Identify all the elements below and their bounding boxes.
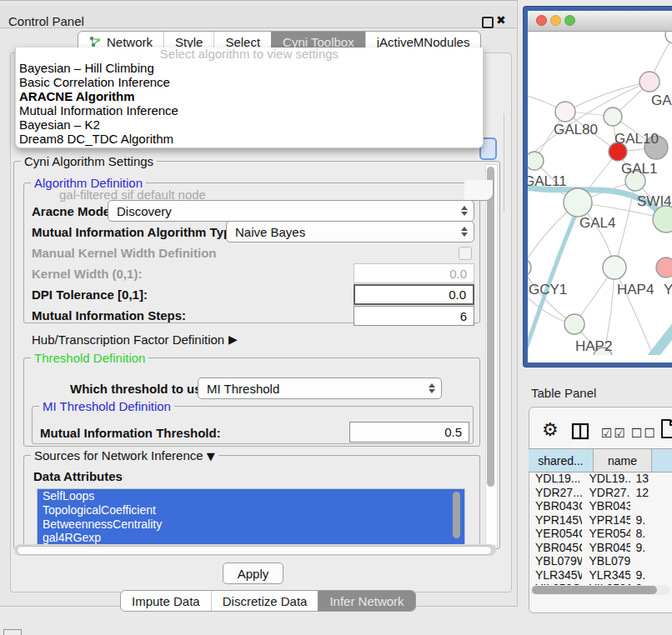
table-cell: YPR145W [582, 513, 630, 528]
network-graph: GALGAL80GAL10GAL1GAL11SWI4GAL4GCY1HAP4YH… [528, 32, 672, 355]
combo-arrows-icon [461, 227, 468, 237]
algorithm-item-bayesian-k2[interactable]: Bayesian – K2 [16, 118, 483, 132]
column-header-name[interactable]: name [594, 449, 652, 472]
kernel-width-field: 0.0 [354, 263, 474, 283]
network-node-gal11[interactable] [528, 152, 544, 170]
node-label-hap2: HAP2 [575, 338, 612, 354]
table-cell: YBR045C [529, 541, 582, 555]
column-header-shared[interactable]: shared... [529, 449, 594, 472]
mi-threshold-field[interactable]: 0.5 [349, 422, 469, 442]
table-row[interactable]: YDL19...YDL19...13 [529, 472, 672, 486]
table-horizontal-scrollbar[interactable] [530, 585, 670, 595]
table-cell: YDR27... [582, 486, 630, 500]
table-cell: YBL079W [582, 554, 630, 568]
expand-arrow-icon[interactable]: ▶ [228, 332, 238, 346]
attribute-gal4rgexp[interactable]: gal4RGexp [38, 531, 464, 545]
algorithm-item-basic-correlation-inference[interactable]: Basic Correlation Inference [16, 75, 483, 89]
network-node-y[interactable] [656, 258, 672, 278]
collapsed-panel-button[interactable] [3, 629, 22, 635]
mi-type-select[interactable]: Naive Bayes [226, 221, 474, 242]
table-cell: 12 [630, 486, 672, 500]
hub-definition-label[interactable]: Hub/Transcription Factor Definition [32, 332, 224, 347]
network-icon [89, 36, 102, 48]
attribute-selfloops[interactable]: SelfLoops [38, 489, 464, 503]
network-node[interactable] [665, 32, 672, 43]
table-row[interactable]: YER054CYER054C8. [529, 527, 672, 541]
algorithm-item-bayesian-hill-climbing[interactable]: Bayesian – Hill Climbing [16, 61, 483, 75]
network-edge[interactable] [565, 82, 649, 112]
float-panel-icon[interactable] [482, 17, 494, 28]
table-cell: 9. [630, 568, 672, 582]
network-node-hap2[interactable] [564, 314, 584, 334]
checkbox-checked-icon: ☑ [614, 426, 626, 441]
table-cell [630, 554, 672, 568]
network-node-gal80[interactable] [555, 102, 575, 122]
algorithm-item-aracne-algorithm[interactable]: ARACNE Algorithm [16, 89, 483, 103]
settings-horizontal-scrollbar-thumb[interactable] [17, 546, 492, 555]
which-threshold-select[interactable]: MI Threshold [198, 378, 442, 399]
settings-scrollbar[interactable] [485, 164, 498, 546]
node-label-gal80: GAL80 [554, 122, 598, 138]
columns-icon[interactable] [571, 422, 589, 443]
algorithm-item-dream8-dc-tdc-algorithm[interactable]: Dream8 DC_TDC Algorithm [16, 132, 483, 146]
network-node-hap4[interactable] [603, 256, 626, 279]
table-cell: YER054C [529, 527, 582, 541]
attributes-scrollbar-thumb[interactable] [453, 492, 460, 538]
which-threshold-value: MI Threshold [207, 382, 279, 396]
tab-discretize-data[interactable]: Discretize Data [211, 591, 318, 611]
network-node-gal10[interactable] [604, 108, 622, 126]
algorithm-item-mutual-information-inference[interactable]: Mutual Information Inference [16, 103, 483, 118]
show-selected-columns-icon[interactable]: ☑☑ [601, 426, 627, 441]
table-row[interactable]: YLR345WYLR345W9. [529, 568, 672, 582]
network-view-window[interactable]: GALGAL80GAL10GAL1GAL11SWI4GAL4GCY1HAP4YH… [524, 7, 672, 367]
tab-impute-data[interactable]: Impute Data [121, 591, 211, 611]
window-close-button[interactable] [536, 15, 547, 26]
network-canvas[interactable]: GALGAL80GAL10GAL1GAL11SWI4GAL4GCY1HAP4YH… [528, 32, 672, 355]
dpi-tolerance-field[interactable]: 0.0 [354, 284, 474, 305]
window-minimize-button[interactable] [550, 15, 561, 26]
table-row[interactable]: YBR045CYBR045C9. [529, 541, 672, 555]
tab-infer-network[interactable]: Infer Network [318, 591, 414, 611]
hidden-combo-value: gal-filtered sif default node [59, 188, 206, 202]
table-cell: YER054C [582, 527, 630, 541]
mi-steps-field[interactable]: 6 [354, 306, 474, 326]
table-row[interactable]: YPR145WYPR145W9. [529, 513, 672, 528]
network-node-gcy1[interactable] [528, 258, 531, 277]
table-cell: YLR345W [529, 568, 582, 582]
table-cell: YBR045C [582, 541, 630, 555]
column-header-cut[interactable] [652, 449, 672, 472]
mi-threshold-value: 0.5 [444, 425, 462, 439]
mi-type-label: Mutual Information Algorithm Type: [32, 225, 242, 239]
apply-button[interactable]: Apply [223, 562, 283, 584]
network-node-gal[interactable] [639, 72, 659, 92]
node-label-hap4: HAP4 [617, 282, 654, 298]
hidden-groupbox-edge [504, 113, 504, 212]
aracne-mode-select[interactable]: Discovery [108, 200, 474, 222]
collapse-arrow-icon[interactable]: ▼ [207, 450, 215, 462]
network-node-gal4[interactable] [564, 188, 592, 217]
hide-columns-icon[interactable]: ☐☐ [631, 426, 657, 441]
table-row[interactable]: YDR27...YDR27...12 [529, 486, 672, 500]
table-cell: YDL19... [529, 472, 582, 486]
close-icon[interactable]: ✖ [496, 13, 506, 27]
settings-horizontal-scrollbar[interactable] [14, 544, 496, 556]
sources-title: Sources for Network Inference ▼ [31, 448, 218, 462]
settings-scrollbar-thumb[interactable] [487, 167, 494, 487]
which-threshold-label: Which threshold to use: [70, 382, 213, 396]
table-horizontal-scrollbar-thumb[interactable] [532, 586, 657, 594]
gear-icon[interactable]: ⚙ [542, 419, 559, 440]
aracne-mode-value: Discovery [117, 204, 172, 218]
manual-kernel-checkbox[interactable] [459, 247, 472, 260]
node-label-gal11: GAL11 [528, 173, 567, 189]
control-panel-titlebar: Control Panel ✖ [0, 6, 517, 28]
attribute-betweennesscentrality[interactable]: BetweennessCentrality [38, 518, 464, 532]
data-attributes-list[interactable]: SelfLoopsTopologicalCoefficientBetweenne… [37, 488, 465, 546]
network-edge[interactable] [651, 319, 672, 355]
table-row[interactable]: YBL079WYBL079W [529, 554, 672, 568]
attribute-topologicalcoefficient[interactable]: TopologicalCoefficient [38, 503, 464, 518]
window-zoom-button[interactable] [564, 15, 575, 26]
table-row[interactable]: YBR043CYBR043C [529, 499, 672, 513]
document-icon[interactable] [660, 418, 672, 442]
network-edge[interactable] [614, 268, 654, 355]
dpi-tolerance-value: 0.0 [449, 288, 466, 302]
